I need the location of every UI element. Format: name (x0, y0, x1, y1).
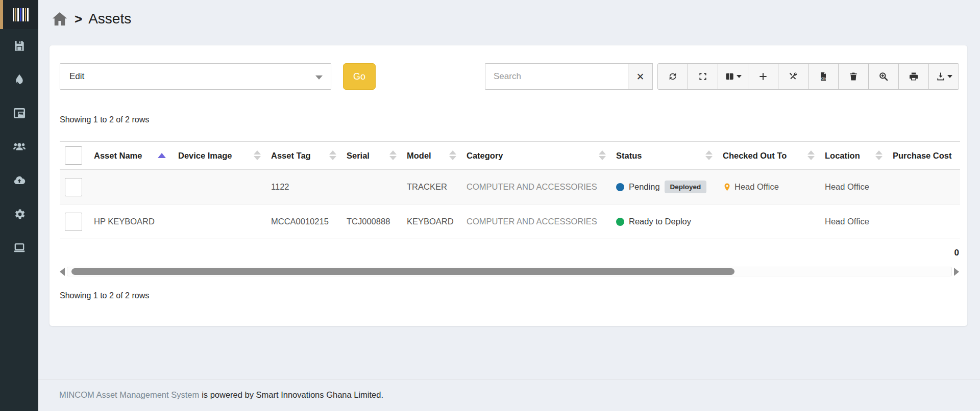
columns-icon (725, 71, 735, 82)
zoom-in-icon (878, 71, 889, 82)
cell-location: Head Office (820, 170, 888, 204)
table-controls: Edit Go ✕ (60, 63, 959, 90)
clear-search-button[interactable]: ✕ (628, 63, 653, 90)
barcode-logo-icon (13, 8, 29, 21)
header-serial[interactable]: Serial (341, 142, 402, 170)
search-input[interactable] (485, 63, 628, 90)
sort-icon (329, 150, 336, 160)
print-button[interactable] (898, 63, 929, 90)
droplet-icon (13, 73, 26, 88)
home-icon[interactable] (51, 10, 68, 28)
table-row: HP KEYBOARD MCCA0010215 TCJ000888 KEYBOA… (60, 204, 960, 239)
sort-icon (875, 150, 883, 160)
cell-device-image (173, 204, 266, 239)
cell-serial (341, 170, 402, 204)
sort-icon (449, 150, 456, 160)
sidebar (0, 0, 38, 411)
table-tools: ✕ (485, 63, 959, 90)
caret-down-icon (947, 75, 952, 78)
header-checked-out-to[interactable]: Checked Out To (718, 142, 820, 170)
sidebar-item-droplet[interactable] (0, 64, 38, 97)
toolbar-button-group: CSV (657, 63, 959, 90)
header-status[interactable]: Status (611, 142, 718, 170)
zoom-in-button[interactable] (868, 63, 899, 90)
svg-text:CSV: CSV (821, 77, 827, 80)
columns-button[interactable] (718, 63, 748, 90)
download-button[interactable] (928, 63, 959, 90)
cell-category: COMPUTER AND ACCESSORIES (461, 204, 611, 239)
table-row: 1122 TRACKER COMPUTER AND ACCESSORIES Pe… (60, 170, 960, 204)
save-icon (13, 39, 26, 55)
sort-icon (389, 150, 397, 160)
sidebar-item-upload[interactable] (0, 165, 38, 198)
refresh-icon (668, 71, 678, 82)
header-select-all (60, 142, 89, 170)
cell-category: COMPUTER AND ACCESSORIES (461, 170, 611, 204)
delete-button[interactable] (838, 63, 869, 90)
showing-rows-text: Showing 1 to 2 of 2 rows (60, 115, 149, 124)
scrollbar-thumb[interactable] (71, 268, 734, 275)
scroll-left-arrow[interactable] (60, 268, 65, 276)
close-icon: ✕ (636, 71, 645, 83)
cell-asset-name (89, 170, 173, 204)
download-icon (936, 71, 946, 82)
sort-icon (254, 150, 261, 160)
header-asset-tag[interactable]: Asset Tag (266, 142, 341, 170)
sidebar-item-settings[interactable] (0, 198, 38, 232)
header-device-image[interactable]: Device Image (173, 142, 266, 170)
plus-icon (758, 71, 768, 82)
cloud-upload-icon (13, 174, 26, 189)
sort-icon (599, 150, 606, 160)
breadcrumb-separator: > (75, 11, 82, 27)
cell-purchase-cost (888, 204, 960, 239)
header-category[interactable]: Category (461, 142, 611, 170)
header-asset-name[interactable]: Asset Name (89, 142, 173, 170)
tools-button[interactable] (778, 63, 808, 90)
users-icon (13, 140, 26, 156)
sidebar-item-assets[interactable] (0, 232, 38, 266)
printer-icon (909, 71, 919, 82)
caret-down-icon (737, 75, 742, 78)
header-model[interactable]: Model (402, 142, 461, 170)
go-button[interactable]: Go (343, 63, 376, 90)
breadcrumb: > Assets (51, 8, 131, 30)
cell-checked-out-to (718, 204, 820, 239)
sidebar-item-save[interactable] (0, 30, 38, 64)
page-title: Assets (88, 11, 131, 27)
row-checkbox[interactable] (65, 178, 82, 196)
assets-card: Edit Go ✕ (49, 45, 968, 326)
scroll-right-arrow[interactable] (954, 268, 959, 276)
bulk-action-select[interactable]: Edit (60, 63, 331, 90)
refresh-button[interactable] (657, 63, 688, 90)
trash-icon (848, 71, 859, 82)
sidebar-logo[interactable] (0, 0, 38, 29)
sort-icon (705, 150, 713, 160)
header-location[interactable]: Location (820, 142, 888, 170)
footer-brand-link[interactable]: MINCOM Asset Management System (59, 390, 199, 399)
sort-icon (807, 150, 815, 160)
cell-checked-out-to: Head Office (718, 170, 820, 204)
checked-out-link[interactable]: Head Office (734, 182, 779, 192)
fullscreen-button[interactable] (688, 63, 718, 90)
cell-status: Ready to Deploy (611, 204, 718, 239)
footer-text: is powered by Smart Innovations Ghana Li… (202, 390, 383, 399)
image-icon (13, 107, 26, 122)
row-checkbox[interactable] (65, 213, 82, 231)
cell-status: Pending Deployed (611, 170, 718, 204)
sidebar-item-users[interactable] (0, 131, 38, 165)
laptop-icon (13, 241, 26, 256)
scrollbar-track[interactable] (67, 267, 952, 276)
cell-asset-tag: 1122 (266, 170, 341, 204)
select-all-checkbox[interactable] (65, 146, 82, 165)
cell-asset-name: HP KEYBOARD (89, 204, 173, 239)
header-purchase-cost[interactable]: Purchase Cost (888, 142, 960, 170)
sidebar-item-image[interactable] (0, 97, 38, 131)
sort-asc-icon (158, 153, 166, 158)
cell-asset-tag: MCCA0010215 (266, 204, 341, 239)
showing-rows-text-bottom: Showing 1 to 2 of 2 rows (60, 291, 149, 300)
location-pin-icon (723, 182, 731, 193)
gear-icon (13, 208, 26, 223)
sidebar-nav (0, 30, 38, 266)
export-csv-button[interactable]: CSV (808, 63, 839, 90)
add-button[interactable] (748, 63, 778, 90)
